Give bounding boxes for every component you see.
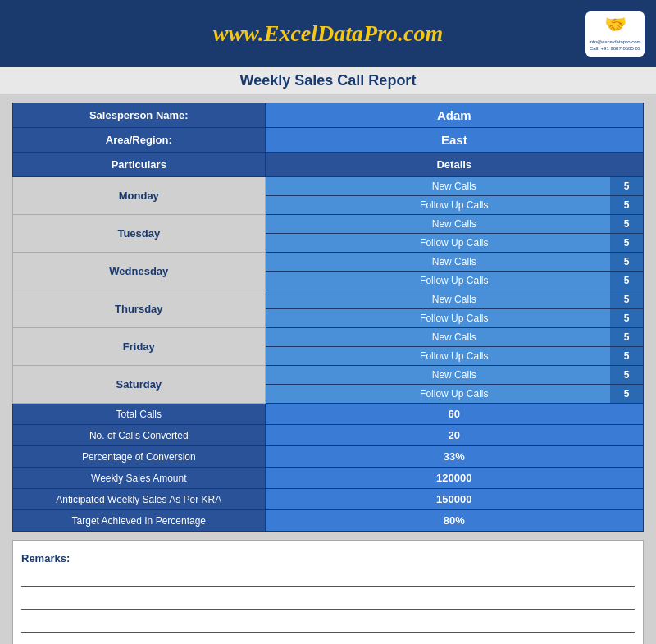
summary-value: 20 — [265, 425, 643, 446]
header-url: www.ExcelDataPro.com — [74, 21, 582, 47]
call-type-label: New Calls — [432, 256, 476, 267]
logo-box: 🤝 info@exceldatapro.com Call: +91 9687 8… — [585, 11, 645, 57]
call-type-value: 5 — [610, 253, 643, 271]
main-content: Salesperson Name: AdamArea/Region: EastP… — [0, 94, 656, 644]
call-type-value: 5 — [610, 366, 643, 384]
call-type-label: New Calls — [432, 180, 476, 192]
call-type-label: Follow Up Calls — [420, 237, 488, 249]
remarks-label: Remarks: — [21, 552, 70, 564]
kra-value: 120000 — [265, 468, 643, 489]
logo-info: info@exceldatapro.com Call: +91 9687 858… — [585, 37, 645, 54]
wednesday-new-calls-row: WednesdayNew Calls5 — [13, 253, 644, 272]
header-title-area: www.ExcelDataPro.com — [74, 21, 582, 47]
full-report-table: Salesperson Name: AdamArea/Region: EastP… — [12, 103, 644, 532]
call-type-cell: Follow Up Calls5 — [265, 385, 643, 404]
tuesday-day-cell: Tuesday — [13, 215, 266, 253]
remarks-line-2 — [21, 593, 635, 610]
call-type-label: Follow Up Calls — [420, 388, 488, 400]
summary-row: Total Calls 60 — [13, 404, 644, 425]
particulars-col-header: Particulars — [13, 153, 266, 177]
call-type-cell: New Calls5 — [265, 290, 643, 309]
details-col-header: Details — [265, 153, 643, 177]
column-header-row: Particulars Details — [13, 153, 644, 177]
call-type-value: 5 — [610, 272, 643, 290]
info-label: Salesperson Name: — [13, 103, 266, 128]
call-type-cell: New Calls5 — [265, 366, 643, 385]
handshake-icon: 🤝 — [604, 14, 626, 35]
saturday-new-calls-row: SaturdayNew Calls5 — [13, 366, 644, 385]
call-type-value: 5 — [610, 309, 643, 327]
call-type-value: 5 — [610, 234, 643, 252]
info-value: East — [265, 128, 643, 153]
call-type-label: New Calls — [432, 331, 476, 343]
kra-label: Weekly Sales Amount — [13, 468, 266, 489]
call-type-label: Follow Up Calls — [420, 350, 488, 362]
call-type-value: 5 — [610, 328, 643, 346]
call-type-cell: Follow Up Calls5 — [265, 309, 643, 328]
call-type-cell: New Calls5 — [265, 177, 643, 196]
call-type-value: 5 — [610, 385, 643, 403]
call-type-cell: Follow Up Calls5 — [265, 272, 643, 290]
summary-value: 33% — [265, 446, 643, 468]
summary-label: Percentage of Conversion — [13, 446, 266, 468]
saturday-day-cell: Saturday — [13, 366, 266, 404]
friday-day-cell: Friday — [13, 328, 266, 366]
info-row: Salesperson Name: Adam — [13, 103, 644, 128]
monday-day-cell: Monday — [13, 177, 266, 215]
report-title: Weekly Sales Call Report — [240, 72, 417, 89]
header-logo: 🤝 info@exceldatapro.com Call: +91 9687 8… — [582, 5, 648, 62]
call-type-value: 5 — [610, 196, 643, 214]
friday-new-calls-row: FridayNew Calls5 — [13, 328, 644, 347]
tuesday-new-calls-row: TuesdayNew Calls5 — [13, 215, 644, 234]
call-type-cell: Follow Up Calls5 — [265, 347, 643, 366]
call-type-value: 5 — [610, 290, 643, 308]
call-type-label: New Calls — [432, 294, 476, 305]
remarks-section: Remarks: — [12, 540, 644, 644]
kra-value: 150000 — [265, 489, 643, 510]
call-type-label: New Calls — [432, 369, 476, 381]
call-type-value: 5 — [610, 177, 643, 195]
sub-header: Weekly Sales Call Report — [0, 67, 656, 94]
summary-value: 60 — [265, 404, 643, 425]
call-type-label: New Calls — [432, 218, 476, 230]
summary-row: Percentage of Conversion 33% — [13, 446, 644, 468]
call-type-value: 5 — [610, 215, 643, 233]
summary-label: No. of Calls Converted — [13, 425, 266, 446]
kra-value: 80% — [265, 510, 643, 532]
summary-row: No. of Calls Converted 20 — [13, 425, 644, 446]
remarks-line-3 — [21, 616, 635, 633]
call-type-label: Follow Up Calls — [420, 199, 488, 211]
kra-row: Target Achieved In Percentage 80% — [13, 510, 644, 532]
kra-row: Anticipated Weekly Sales As Per KRA 1500… — [13, 489, 644, 510]
call-type-cell: Follow Up Calls5 — [265, 196, 643, 215]
call-type-cell: Follow Up Calls5 — [265, 234, 643, 253]
info-label: Area/Region: — [13, 128, 266, 153]
info-value: Adam — [265, 103, 643, 128]
call-type-cell: New Calls5 — [265, 328, 643, 347]
info-row: Area/Region: East — [13, 128, 644, 153]
call-type-cell: New Calls5 — [265, 215, 643, 234]
header-banner: www.ExcelDataPro.com 🤝 info@exceldatapro… — [0, 0, 656, 67]
remarks-line-1 — [21, 570, 635, 587]
wednesday-day-cell: Wednesday — [13, 253, 266, 290]
call-type-cell: New Calls5 — [265, 253, 643, 272]
call-type-label: Follow Up Calls — [420, 275, 488, 286]
thursday-day-cell: Thursday — [13, 290, 266, 328]
call-type-value: 5 — [610, 347, 643, 365]
monday-new-calls-row: MondayNew Calls5 — [13, 177, 644, 196]
kra-label: Anticipated Weekly Sales As Per KRA — [13, 489, 266, 510]
thursday-new-calls-row: ThursdayNew Calls5 — [13, 290, 644, 309]
kra-label: Target Achieved In Percentage — [13, 510, 266, 532]
summary-label: Total Calls — [13, 404, 266, 425]
call-type-label: Follow Up Calls — [420, 313, 488, 324]
kra-row: Weekly Sales Amount 120000 — [13, 468, 644, 489]
